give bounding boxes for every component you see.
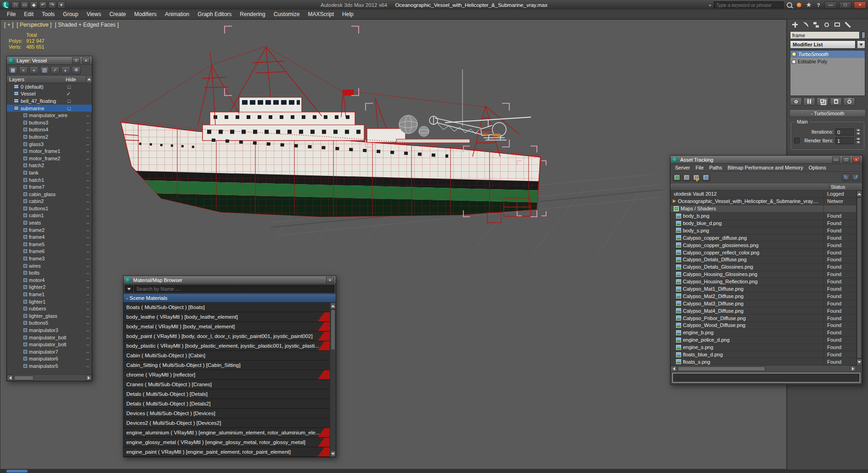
layer-row[interactable]: manipulator7 – — [7, 348, 92, 355]
minimize-button[interactable]: — — [824, 1, 837, 9]
hide-all-layers-icon[interactable]: ◐ — [61, 66, 70, 74]
scroll-right-button[interactable] — [85, 375, 92, 381]
hide-toggle[interactable]: ✓ — [67, 91, 71, 97]
layer-row[interactable]: motor_frame2 – — [7, 155, 92, 162]
layer-row[interactable]: manipulator6 – — [7, 355, 92, 363]
asset-row[interactable]: Calypso_Mat4_Diffuse.png Found — [671, 307, 856, 315]
modifier-stack-item[interactable]: TurboSmooth — [790, 51, 865, 58]
pin-stack-button[interactable] — [790, 97, 802, 106]
object-name-field[interactable] — [790, 31, 860, 39]
3dsmax-logo-icon[interactable] — [2, 1, 10, 9]
viewport[interactable]: [ + ] [ Perspective ] [ Shaded + Edged F… — [0, 19, 787, 469]
material-row[interactable]: Devices ( Multi/Sub-Object ) [Devices] — [124, 409, 330, 418]
layer-row[interactable]: buttons3 – — [7, 119, 92, 126]
material-row[interactable]: body_plastic ( VRayMtl ) [body_plastic_e… — [124, 341, 330, 351]
create-tab-icon[interactable] — [791, 21, 799, 29]
asset-row[interactable]: Calypso_Mat1_Diffuse.png Found — [671, 286, 856, 293]
menu-item[interactable]: Customize — [270, 10, 304, 19]
layer-row[interactable]: manipulator_bolt – — [7, 334, 92, 341]
iterations-field[interactable]: 0 — [835, 129, 854, 135]
material-row[interactable]: Detals ( Multi/Sub-Object ) [Detals] — [124, 389, 330, 399]
layer-row[interactable]: buttons5 – — [7, 320, 92, 327]
asset-row[interactable]: Calypso_Housing_Glossines.png Found — [671, 271, 856, 278]
maximize-button[interactable]: □ — [839, 1, 851, 9]
hide-toggle[interactable]: – — [86, 248, 89, 254]
new-scene-icon[interactable]: □ — [11, 1, 19, 9]
hide-toggle[interactable]: – — [86, 313, 89, 319]
hscroll-thumb[interactable] — [14, 376, 34, 380]
asset-row[interactable]: Calypso_Mat2_Diffuse.png Found — [671, 293, 856, 300]
add-selection-to-layer-icon[interactable]: + — [29, 66, 39, 74]
menu-item[interactable]: Graph Editors — [193, 10, 236, 19]
material-search-input[interactable] — [134, 285, 334, 293]
hide-toggle[interactable]: – — [86, 170, 89, 175]
layer-row[interactable]: glass3 – — [7, 141, 92, 148]
asset-row[interactable]: engine_s.png Found — [671, 344, 856, 351]
menu-item[interactable]: Tools — [38, 10, 59, 19]
select-layer-objects-icon[interactable]: ▧ — [40, 66, 49, 74]
layer-hscrollbar[interactable] — [7, 374, 92, 381]
asset-row[interactable]: Maps / Shaders — [671, 205, 856, 213]
asset-row[interactable]: Calypso_Housing_Reflection.png Found — [671, 278, 856, 286]
hide-toggle[interactable]: □ — [68, 98, 71, 104]
layer-row[interactable]: frame4 – — [7, 233, 92, 241]
hide-toggle[interactable]: – — [86, 184, 89, 190]
render-iters-field[interactable]: 1 — [835, 137, 854, 144]
workspace-dropdown-icon[interactable]: ▾ — [57, 1, 65, 9]
modify-tab-icon[interactable] — [801, 21, 810, 29]
layer-row[interactable]: Vessel ✓ — [7, 90, 92, 98]
hide-toggle[interactable]: – — [86, 299, 89, 304]
scroll-left-button[interactable] — [671, 366, 677, 372]
menu-item[interactable]: Views — [82, 10, 105, 19]
motion-tab-icon[interactable] — [823, 21, 831, 29]
scroll-left-button[interactable] — [7, 375, 13, 381]
scroll-down-button[interactable] — [857, 359, 862, 365]
hide-toggle[interactable]: – — [86, 213, 89, 218]
asset-close-button[interactable]: × — [852, 157, 860, 163]
edit-paths-icon[interactable] — [692, 174, 700, 181]
refresh-status-icon[interactable] — [673, 174, 681, 181]
asset-row[interactable]: utodesk Vault 2012 Logged — [671, 191, 856, 198]
layer-row[interactable]: cabin2 – — [7, 198, 92, 205]
menu-item[interactable]: Modifiers — [130, 10, 161, 19]
hide-toggle[interactable]: – — [86, 320, 89, 326]
asset-row[interactable]: Calypso_Wood_Diffuse.png Found — [671, 322, 856, 329]
layer-row[interactable]: wires – — [7, 262, 92, 270]
asset-maximize-button[interactable]: □ — [842, 157, 850, 163]
scroll-up-button[interactable] — [330, 303, 336, 309]
material-row[interactable]: Devices2 ( Multi/Sub-Object ) [Devices2] — [124, 418, 330, 428]
hide-toggle[interactable]: – — [86, 206, 89, 211]
asset-row[interactable]: floats_blue_d.png Found — [671, 351, 856, 359]
layer-row[interactable]: manipulator_bolt – — [7, 341, 92, 348]
table-view-icon[interactable] — [682, 174, 691, 181]
asset-row[interactable]: Calypso_Pribor_Diffuse.png Found — [671, 315, 856, 322]
hide-toggle[interactable]: – — [86, 270, 89, 276]
scroll-up-button[interactable] — [857, 191, 862, 197]
hide-toggle[interactable]: – — [86, 148, 89, 154]
asset-row[interactable]: engine_b.png Found — [671, 329, 856, 337]
asset-menu-item[interactable]: File — [693, 165, 706, 170]
asset-row[interactable]: Calypso_copper_reflect_color.png Found — [671, 249, 856, 256]
layer-row[interactable]: buttons2 – — [7, 133, 92, 141]
hide-toggle[interactable]: – — [86, 263, 89, 269]
layer-row[interactable]: manipulator_wire – — [7, 112, 92, 119]
delete-layer-icon[interactable]: × — [19, 66, 28, 74]
layer-row[interactable]: hatch1 – — [7, 176, 92, 184]
hide-toggle[interactable]: □ — [68, 84, 71, 90]
hide-toggle[interactable]: □ — [68, 106, 71, 111]
hide-toggle[interactable]: – — [86, 191, 89, 197]
search-dropdown-icon[interactable]: ▸ — [709, 3, 711, 7]
asset-minimize-button[interactable]: — — [832, 157, 840, 163]
layer-row[interactable]: motor4 – — [7, 276, 92, 284]
asset-menu-item[interactable]: Paths — [706, 165, 725, 170]
menu-item[interactable]: Group — [59, 10, 82, 19]
hide-toggle[interactable]: – — [86, 363, 89, 369]
hide-toggle[interactable]: – — [86, 349, 89, 355]
asset-row[interactable]: Calypso_copper_glossieness.png Found — [671, 242, 856, 249]
scroll-down-button[interactable] — [330, 450, 336, 457]
menu-item[interactable]: File — [3, 10, 20, 19]
hide-toggle[interactable]: – — [86, 120, 89, 125]
hide-toggle[interactable]: – — [86, 177, 89, 183]
status-column-header[interactable]: Status — [831, 184, 845, 190]
create-new-layer-icon[interactable]: ▦ — [8, 66, 17, 74]
